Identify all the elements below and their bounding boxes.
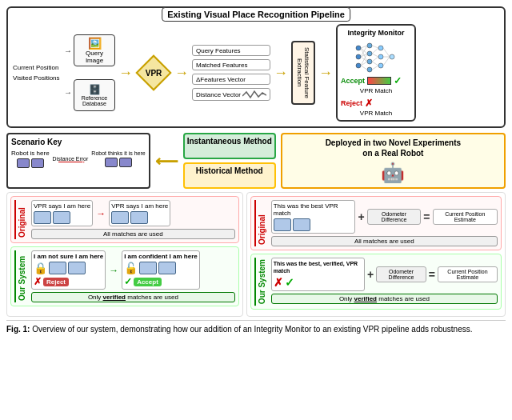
features-column: Query Features Matched Features ΔFeature… xyxy=(192,45,270,101)
svg-point-6 xyxy=(367,67,372,72)
caption-text: Overview of our system, demonstrating ho… xyxy=(32,325,472,334)
our-hist-label: Our System xyxy=(254,258,268,306)
distance-error-line: → xyxy=(58,162,82,162)
distance-error-col: Distance Error → xyxy=(53,156,89,162)
our-historical-content: This was the best, verified, VPR match ✗… xyxy=(271,258,498,306)
scenario-key-box: Scenario Key Robot is here Distance Erro… xyxy=(6,133,150,189)
original-label: Original xyxy=(14,200,28,239)
arrow-to-ref: → xyxy=(64,88,72,97)
scene-bv-a xyxy=(274,218,291,231)
vpr-diamond-container: VPR xyxy=(136,55,171,90)
svg-line-28 xyxy=(383,57,390,66)
distance-vector-item: Distance Vector xyxy=(192,88,270,101)
svg-point-7 xyxy=(378,46,383,50)
reject-badge: Reject xyxy=(43,278,69,286)
experiments-section: Original VPR says I am here → xyxy=(6,192,506,317)
svg-line-21 xyxy=(372,48,378,54)
best-vpr-scenes xyxy=(274,218,354,231)
our-system-label: Our System xyxy=(14,250,28,302)
scene-icons-1 xyxy=(34,211,90,224)
our-hist-top: This was the best, verified, VPR match ✗… xyxy=(271,258,498,291)
stat-feat-box: Statistical Feature Extraction xyxy=(291,41,315,105)
verified-bar: Only verified matches are used xyxy=(31,292,235,302)
cross-verified: ✗ xyxy=(274,276,283,289)
equals-sign-orig: = xyxy=(423,210,430,223)
reference-db-label: Reference Database xyxy=(78,95,111,106)
svg-point-8 xyxy=(378,54,383,59)
cross-icon: ✗ xyxy=(365,98,373,109)
vpr-match-reject: VPR Match xyxy=(341,110,411,117)
svg-point-1 xyxy=(356,54,361,59)
figure-caption: Fig. 1: Overview of our system, demonstr… xyxy=(6,320,506,335)
confident-icons: 🔓 xyxy=(124,262,198,274)
lock-icon: 🔒 xyxy=(34,262,47,274)
svg-line-25 xyxy=(372,66,378,70)
scene-2a xyxy=(111,211,129,224)
arrow-between-vpr: → xyxy=(96,200,106,226)
arrow-error: → xyxy=(79,158,86,166)
plus-sign-orig: + xyxy=(358,210,364,223)
feedback-arrow-container: ⟵ xyxy=(155,133,178,189)
reference-db-box: 🗄️ Reference Database xyxy=(74,79,115,111)
positions-column: Current Position Visited Positions xyxy=(13,64,61,82)
svg-line-26 xyxy=(383,48,390,57)
our-cur-pos-label: Current Position Estimate xyxy=(447,269,487,280)
orig-hist-top: This was the best VPR match + Odometer D… xyxy=(271,200,498,234)
accept-label: Accept xyxy=(341,77,365,85)
not-sure-icons: 🔒 xyxy=(34,262,103,274)
waveform-svg xyxy=(242,90,266,99)
orig-historical-content: This was the best VPR match + Odometer D… xyxy=(271,200,498,246)
orig-odometer-label: Odometer Difference xyxy=(382,211,407,222)
visited-positions-label: Visited Positions xyxy=(13,74,60,82)
deployed-box: Deployed in two Novel Experiments on a R… xyxy=(281,133,506,189)
image-icon: 🖼️ xyxy=(88,37,102,50)
our-confident-box: I am confident I am here 🔓 ✓ Accept xyxy=(122,250,200,290)
our-odometer-label: Odometer Difference xyxy=(389,269,414,280)
scene-2b xyxy=(130,211,148,224)
orig-instantaneous-content: VPR says I am here → VPR says I am here xyxy=(31,200,235,239)
deployed-text: Deployed in two Novel Experiments on a R… xyxy=(286,138,501,158)
current-position: Current Position xyxy=(13,64,61,71)
verified-bar-right: Only verified matches are used xyxy=(271,294,498,304)
orig-vpr-says-1: VPR says I am here xyxy=(31,200,93,226)
robot-icons-thinks xyxy=(105,158,132,167)
arrow-to-query: → xyxy=(64,46,72,55)
orig-vpr-says-2-label: VPR says I am here xyxy=(111,202,168,210)
accept-row: Accept ✓ xyxy=(341,75,411,86)
equals-sign-our: = xyxy=(429,268,435,281)
best-vpr-label: This was the best VPR match xyxy=(274,202,338,217)
current-position-label: Current Position xyxy=(13,64,58,71)
original-hist-label: Original xyxy=(254,200,268,246)
accept-check: ✓ xyxy=(124,276,132,287)
distance-vector-label: Distance Vector xyxy=(196,91,241,98)
robot-icons-here xyxy=(17,158,44,168)
query-image-row: → 🖼️ Query Image xyxy=(64,34,115,66)
main-container: Existing Visual Place Recognition Pipeli… xyxy=(0,0,512,342)
svg-line-19 xyxy=(361,66,367,70)
robot-is-here-label: Robot is here xyxy=(11,150,50,157)
all-matches-bar: All matches are used xyxy=(31,229,235,239)
scene-1a xyxy=(34,211,51,224)
historical-method-btn[interactable]: Historical Method xyxy=(183,162,276,189)
deployed-real-robot: Real Robot xyxy=(382,149,424,158)
plus-sign-our: + xyxy=(367,268,374,281)
deployed-novel: Novel Experiments xyxy=(389,138,461,147)
arrow-to-vpr: → xyxy=(118,65,133,82)
scene-icons-2 xyxy=(111,211,168,224)
svg-point-3 xyxy=(367,43,372,48)
scenario-title: Scenario Key xyxy=(11,138,146,146)
robot-icon-4 xyxy=(119,158,132,167)
check-icon: ✓ xyxy=(394,75,402,86)
orig-vpr-says-1-label: VPR says I am here xyxy=(34,202,90,210)
reject-label: Reject xyxy=(341,99,362,107)
robot-icon-3 xyxy=(105,158,118,167)
instantaneous-method-btn[interactable]: Instantaneous Method xyxy=(183,133,276,159)
image-col: → 🖼️ Query Image → 🗄️ Reference Database xyxy=(64,34,115,111)
query-image-label: Query Image xyxy=(78,50,111,64)
svg-point-10 xyxy=(390,54,394,59)
middle-section: Scenario Key Robot is here Distance Erro… xyxy=(6,133,506,189)
arrow-to-integrity: → xyxy=(318,65,333,82)
svg-line-24 xyxy=(372,62,378,66)
integrity-monitor-title: Integrity Monitor xyxy=(341,29,411,37)
pipeline-title: Existing Visual Place Recognition Pipeli… xyxy=(162,7,350,22)
